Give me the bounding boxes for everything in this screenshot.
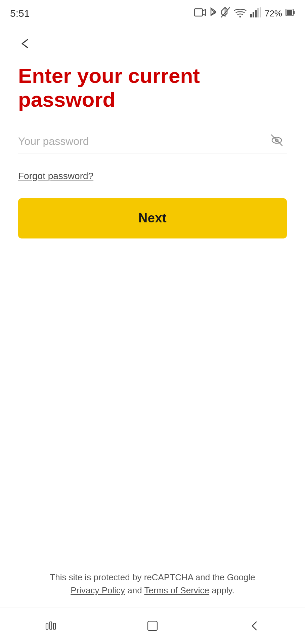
page-title: Enter your current password (18, 64, 287, 112)
toggle-password-button[interactable] (267, 130, 287, 151)
svg-rect-9 (287, 10, 292, 15)
mute-icon (220, 7, 230, 20)
password-field-container (18, 132, 287, 154)
privacy-policy-link[interactable]: Privacy Policy (71, 585, 125, 595)
status-icons: 72% (194, 7, 295, 20)
nav-back-button[interactable] (247, 619, 262, 633)
content-spacer (18, 238, 287, 557)
back-button[interactable] (18, 34, 287, 54)
svg-point-2 (239, 16, 241, 18)
svg-rect-4 (253, 12, 254, 17)
status-bar: 5:51 (0, 0, 305, 27)
footer-and-text: and (127, 585, 142, 595)
screen-record-icon (194, 7, 206, 19)
battery-icon (286, 7, 295, 19)
svg-rect-5 (255, 10, 257, 17)
svg-rect-14 (46, 623, 48, 629)
svg-line-13 (271, 135, 282, 146)
next-button[interactable]: Next (18, 198, 287, 238)
svg-rect-10 (293, 11, 295, 14)
svg-rect-16 (53, 623, 55, 629)
eye-off-icon (269, 133, 284, 148)
status-time: 5:51 (10, 8, 30, 19)
forgot-password-link[interactable]: Forgot password? (18, 171, 93, 181)
bluetooth-icon (210, 7, 217, 20)
svg-rect-17 (148, 621, 157, 631)
footer-apply-text: apply. (212, 585, 234, 595)
svg-rect-0 (194, 9, 203, 16)
forgot-password-container: Forgot password? (18, 171, 287, 181)
svg-rect-7 (260, 7, 261, 17)
footer-text: This site is protected by reCAPTCHA and … (50, 572, 255, 582)
password-input[interactable] (18, 132, 287, 154)
battery-indicator: 72% (265, 8, 282, 19)
back-arrow-icon (18, 37, 35, 50)
nav-bar (0, 607, 305, 644)
svg-rect-15 (50, 622, 52, 629)
terms-of-service-link[interactable]: Terms of Service (144, 585, 209, 595)
footer: This site is protected by reCAPTCHA and … (0, 571, 305, 607)
nav-home-button[interactable] (145, 619, 160, 633)
svg-rect-6 (257, 8, 259, 17)
wifi-icon (234, 7, 247, 19)
main-content: Enter your current password Forgot passw… (0, 27, 305, 571)
nav-recent-apps-button[interactable] (43, 619, 58, 633)
svg-rect-3 (250, 14, 252, 17)
signal-icon (250, 7, 261, 19)
